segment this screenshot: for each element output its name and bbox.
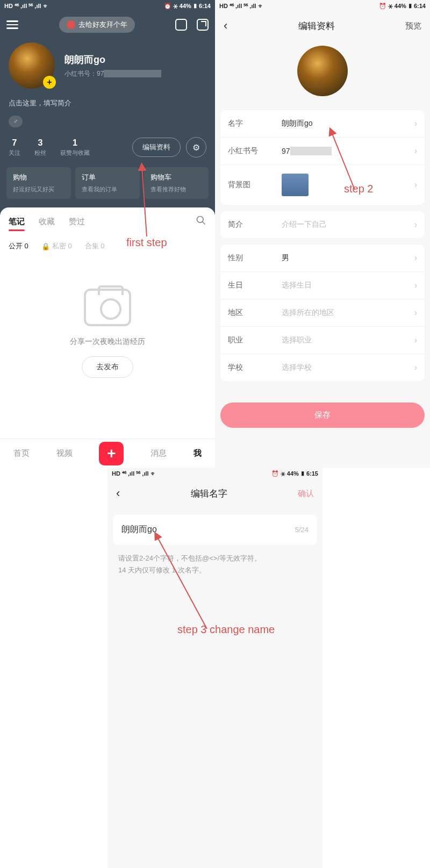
chevron-right-icon: › xyxy=(414,253,417,263)
page-title: 编辑名字 xyxy=(191,487,227,500)
menu-icon[interactable] xyxy=(6,20,18,29)
tab-collections[interactable]: 收藏 xyxy=(39,217,55,227)
card-cart[interactable]: 购物车查看推荐好物 xyxy=(144,167,209,199)
chevron-right-icon: › xyxy=(414,308,417,318)
tab-notes[interactable]: 笔记 xyxy=(9,217,25,227)
back-icon[interactable]: ‹ xyxy=(116,486,120,500)
row-bio[interactable]: 简介介绍一下自己› xyxy=(220,211,425,238)
avatar[interactable] xyxy=(297,46,348,96)
edit-profile-button[interactable]: 编辑资料 xyxy=(132,138,181,157)
signal-icons: HD ⁴⁶ ,ıll ⁵⁶ ,ıll ᯤ xyxy=(219,3,264,10)
empty-text: 分享一次夜晚出游经历 xyxy=(0,337,215,347)
row-bg[interactable]: 背景图› xyxy=(220,165,425,205)
gear-icon[interactable]: ⚙ xyxy=(186,137,206,157)
signal-icons: HD ⁴⁶ ,ıll ⁵⁶ ,ıll ᯤ xyxy=(4,3,49,10)
chevron-right-icon: › xyxy=(414,146,417,156)
filter-public[interactable]: 公开 0 xyxy=(9,241,28,251)
publish-button[interactable]: 去发布 xyxy=(82,356,133,378)
name-input[interactable]: 朗朗而go 5/24 xyxy=(113,514,317,545)
banner-dot-icon xyxy=(67,20,75,29)
profile-header: + 朗朗而go 小红书号：97________________ xyxy=(0,37,215,94)
stat-fans[interactable]: 3粉丝 xyxy=(34,138,46,157)
row-region[interactable]: 地区选择所在的地区› xyxy=(220,299,425,327)
chevron-right-icon: › xyxy=(414,220,417,229)
row-name[interactable]: 名字朗朗而go› xyxy=(220,110,425,138)
annotation-step3: step 3 change name xyxy=(177,623,275,636)
bottom-nav: 首页 视频 + 消息 我 xyxy=(0,439,215,468)
profile-id: 小红书号：97________________ xyxy=(64,69,161,78)
content-tabs: 笔记 收藏 赞过 xyxy=(0,207,215,232)
card-shop[interactable]: 购物好逗好玩又好买 xyxy=(6,167,71,199)
status-bar: HD ⁴⁶ ,ıll ⁵⁶ ,ıll ᯤ ⏰ ⚹ 44% ▮ 6:15 xyxy=(108,468,322,480)
stat-follow[interactable]: 7关注 xyxy=(9,138,20,157)
nav-home[interactable]: 首页 xyxy=(13,448,30,458)
share-icon[interactable] xyxy=(197,19,209,31)
char-count: 5/24 xyxy=(295,526,309,534)
edit-profile-screen: HD ⁴⁶ ,ıll ⁵⁶ ,ıll ᯤ ⏰ ⚹ 44% ▮ 6:14 ‹ 编辑… xyxy=(215,0,430,468)
sub-filter: 公开 0 🔒 私密 0 合集 0 xyxy=(0,232,215,256)
edit-name-screen: HD ⁴⁶ ,ıll ⁵⁶ ,ıll ᯤ ⏰ ⚹ 44% ▮ 6:15 ‹ 编辑… xyxy=(108,468,322,868)
status-bar: HD ⁴⁶ ,ıll ⁵⁶ ,ıll ᯤ ⏰ ⚹ 44% ▮ 6:14 xyxy=(215,0,430,12)
row-id[interactable]: 小红书号97__________› xyxy=(220,138,425,165)
card-orders[interactable]: 订单查看我的订单 xyxy=(75,167,140,199)
stats-row: 7关注 3粉丝 1获赞与收藏 编辑资料 ⚙ xyxy=(0,131,215,167)
empty-state: 分享一次夜晚出游经历 去发布 xyxy=(0,256,215,389)
filter-private[interactable]: 🔒 私密 0 xyxy=(41,241,72,251)
status-right: ⏰ ⚹ 44% ▮ 6:14 xyxy=(379,3,426,10)
row-job[interactable]: 职业选择职业› xyxy=(220,327,425,354)
nav-video[interactable]: 视频 xyxy=(56,448,73,458)
page-title: 编辑资料 xyxy=(298,20,335,32)
chevron-right-icon: › xyxy=(414,363,417,372)
camera-icon xyxy=(84,289,131,326)
banner-text: 去给好友拜个年 xyxy=(78,20,127,30)
nav-bar: ‹ 编辑资料 预览 xyxy=(215,12,430,39)
hint-text: 请设置2-24个字符，不包括@<>/等无效字符。 14 天内仅可修改 1 次名字… xyxy=(108,553,322,576)
name-value: 朗朗而go xyxy=(121,524,295,535)
gender-badge: ♂ xyxy=(9,116,23,127)
filter-set[interactable]: 合集 0 xyxy=(85,241,105,251)
row-gender[interactable]: 性别男› xyxy=(220,245,425,272)
svg-point-0 xyxy=(197,217,204,223)
avatar[interactable]: + xyxy=(9,42,55,89)
back-icon[interactable]: ‹ xyxy=(224,19,227,33)
chevron-right-icon: › xyxy=(414,119,417,128)
save-button[interactable]: 保存 xyxy=(220,403,425,428)
nav-me[interactable]: 我 xyxy=(194,448,202,458)
top-bar: 去给好友拜个年 xyxy=(0,12,215,37)
status-bar: HD ⁴⁶ ,ıll ⁵⁶ ,ıll ᯤ ⏰ ⚹ 44% ▮ 6:14 xyxy=(0,0,215,12)
new-year-banner[interactable]: 去给好友拜个年 xyxy=(59,17,135,33)
chevron-right-icon: › xyxy=(414,180,417,190)
svg-line-4 xyxy=(156,535,207,629)
nav-bar: ‹ 编辑名字 确认 xyxy=(108,480,322,507)
row-school[interactable]: 学校选择学校› xyxy=(220,354,425,381)
svg-line-1 xyxy=(203,222,205,225)
preview-button[interactable]: 预览 xyxy=(405,21,421,31)
stat-likes[interactable]: 1获赞与收藏 xyxy=(60,138,90,157)
nav-msg[interactable]: 消息 xyxy=(150,448,167,458)
row-birthday[interactable]: 生日选择生日› xyxy=(220,272,425,299)
confirm-button[interactable]: 确认 xyxy=(298,489,314,499)
status-right: ⏰ ⚹ 44% ▮ 6:14 xyxy=(164,3,211,10)
signal-icons: HD ⁴⁶ ,ıll ⁵⁶ ,ıll ᯤ xyxy=(112,470,156,477)
nav-create[interactable]: + xyxy=(99,442,124,465)
bg-thumb xyxy=(282,174,309,196)
chevron-right-icon: › xyxy=(414,281,417,290)
tab-liked[interactable]: 赞过 xyxy=(69,217,85,227)
scan-icon[interactable] xyxy=(175,19,187,31)
search-icon[interactable] xyxy=(196,215,206,228)
profile-name: 朗朗而go xyxy=(64,53,161,66)
chevron-right-icon: › xyxy=(414,335,417,345)
add-avatar-icon[interactable]: + xyxy=(43,76,56,89)
profile-screen: HD ⁴⁶ ,ıll ⁵⁶ ,ıll ᯤ ⏰ ⚹ 44% ▮ 6:14 去给好友… xyxy=(0,0,215,468)
status-right: ⏰ ⚹ 44% ▮ 6:15 xyxy=(271,470,318,477)
bio-placeholder[interactable]: 点击这里，填写简介 xyxy=(0,94,215,112)
